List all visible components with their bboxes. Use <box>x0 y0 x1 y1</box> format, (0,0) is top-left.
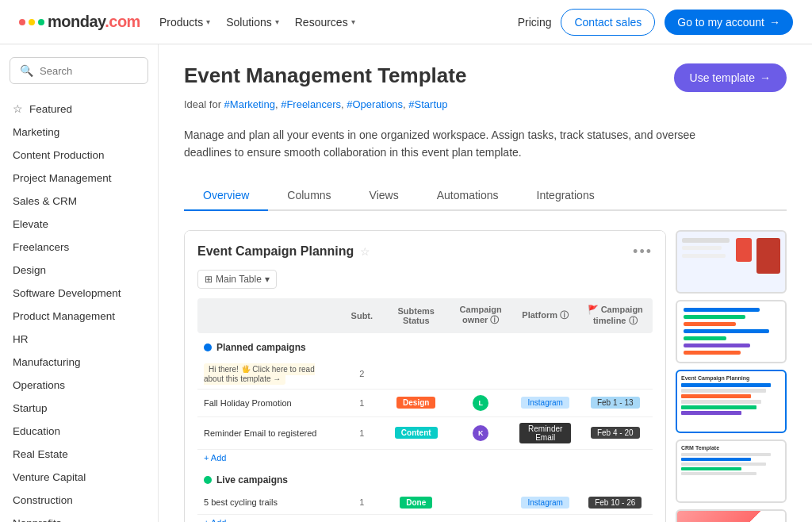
arrow-icon: → <box>769 16 780 29</box>
go-to-account-button[interactable]: Go to my account → <box>665 10 793 35</box>
cell-owner: L <box>448 392 512 414</box>
status-badge: Content <box>395 427 438 439</box>
thumbnail-1[interactable] <box>676 230 787 294</box>
cell-sub: 1 <box>340 494 384 510</box>
pricing-link[interactable]: Pricing <box>518 16 552 29</box>
main-preview: Event Campaign Planning ☆ ••• ⊞ Main Tab… <box>184 230 666 522</box>
sidebar-item-project-management[interactable]: Project Management <box>0 167 158 190</box>
contact-sales-button[interactable]: Contact sales <box>561 9 655 36</box>
tab-columns[interactable]: Columns <box>268 181 350 211</box>
cell-timeline: Feb 10 - 26 <box>577 493 653 512</box>
cell-owner: K <box>448 422 512 444</box>
sidebar-item-real-estate[interactable]: Real Estate <box>0 443 158 466</box>
preview-area: Event Campaign Planning ☆ ••• ⊞ Main Tab… <box>184 230 787 522</box>
thumb-block <box>756 238 780 274</box>
page-title: Event Management Template <box>184 63 466 88</box>
thumbnail-3[interactable]: Event Campaign Planning <box>676 370 787 433</box>
tab-integrations[interactable]: Integrations <box>518 181 614 211</box>
tag-freelancers[interactable]: #Freelancers <box>281 98 341 110</box>
section-live: Live campaigns <box>197 470 653 489</box>
sidebar-item-startup[interactable]: Startup <box>0 397 158 420</box>
sidebar-item-venture-capital[interactable]: Venture Capital <box>0 466 158 489</box>
main-content: Event Management Template Use template →… <box>159 44 812 522</box>
add-row-button[interactable]: + Add <box>197 450 653 466</box>
sidebar-item-hr[interactable]: HR <box>0 328 158 351</box>
table-row[interactable]: Reminder Email to registered 1 Content K… <box>197 417 653 450</box>
cell-status: Content <box>384 424 448 442</box>
spreadsheet-view: Event Campaign Planning ☆ ••• ⊞ Main Tab… <box>185 231 665 522</box>
logo-text: monday.com <box>48 13 140 31</box>
chevron-down-icon: ▾ <box>206 17 210 26</box>
col-header-name <box>197 313 340 319</box>
timeline-badge: Feb 4 - 20 <box>591 427 640 439</box>
sidebar-item-marketing[interactable]: Marketing <box>0 121 158 144</box>
sidebar-item-software-development[interactable]: Software Development <box>0 282 158 305</box>
sidebar-item-content-production[interactable]: Content Production <box>0 144 158 167</box>
sidebar-item-manufacturing[interactable]: Manufacturing <box>0 351 158 374</box>
sheet-options-icon[interactable]: ••• <box>633 244 653 260</box>
tag-operations[interactable]: #Operations <box>347 98 403 110</box>
grid-icon: ⊞ <box>205 274 213 285</box>
sidebar-item-featured[interactable]: ☆ Featured <box>0 97 158 121</box>
section-dot-icon <box>204 476 212 484</box>
nav-resources[interactable]: Resources ▾ <box>295 13 355 32</box>
cell-platform <box>513 370 577 377</box>
nav-products[interactable]: Products ▾ <box>159 13 210 32</box>
col-header-platform: Platform ⓘ <box>513 306 577 324</box>
platform-badge: Instagram <box>521 397 569 409</box>
sidebar-item-elevate[interactable]: Elevate <box>0 213 158 236</box>
sidebar-item-design[interactable]: Design <box>0 259 158 282</box>
col-header-status: Subtems Status <box>384 303 448 328</box>
sidebar-item-freelancers[interactable]: Freelancers <box>0 236 158 259</box>
sheet-star-icon[interactable]: ☆ <box>360 245 370 258</box>
thumbnail-4[interactable]: CRM Template <box>676 439 787 503</box>
nav-solutions[interactable]: Solutions ▾ <box>226 13 279 32</box>
svg-point-0 <box>19 19 25 25</box>
cell-timeline: Feb 4 - 20 <box>577 424 653 442</box>
sidebar-item-nonprofits[interactable]: Nonprofits <box>0 512 158 522</box>
monday-logo-icon <box>19 14 44 30</box>
table-row[interactable]: Fall Holiday Promotion 1 Design L Instag… <box>197 390 653 417</box>
svg-point-2 <box>38 19 44 25</box>
cell-platform: Instagram <box>513 493 577 512</box>
table-selector[interactable]: ⊞ Main Table ▾ <box>197 270 277 289</box>
sidebar-item-operations[interactable]: Operations <box>0 374 158 397</box>
timeline-badge: Feb 1 - 13 <box>591 397 640 409</box>
thumb-bar <box>684 315 745 319</box>
thumb-line <box>682 254 726 258</box>
template-tags: Ideal for #Marketing, #Freelancers, #Ope… <box>184 98 787 110</box>
star-icon: ☆ <box>13 102 23 115</box>
cell-owner <box>448 370 512 377</box>
search-input[interactable] <box>40 65 138 77</box>
cell-name: 5 best cycling trails <box>197 494 340 510</box>
tag-startup[interactable]: #Startup <box>408 98 447 110</box>
table-row[interactable]: Hi there! 🖐 Click here to read about thi… <box>197 359 653 390</box>
cell-sub: 1 <box>340 425 384 441</box>
cell-status: Done <box>384 493 448 512</box>
tag-marketing[interactable]: #Marketing <box>224 98 275 110</box>
table-row[interactable]: 5 best cycling trails 1 Done Instagram F… <box>197 491 653 515</box>
sidebar-item-sales-crm[interactable]: Sales & CRM <box>0 190 158 213</box>
sidebar-item-education[interactable]: Education <box>0 420 158 443</box>
tab-views[interactable]: Views <box>350 181 418 211</box>
cell-sub: 1 <box>340 395 384 411</box>
tab-automations[interactable]: Automations <box>418 181 518 211</box>
sidebar-item-product-management[interactable]: Product Management <box>0 305 158 328</box>
use-template-button[interactable]: Use template → <box>674 63 787 92</box>
status-badge: Done <box>400 497 432 509</box>
cell-name: Hi there! 🖐 Click here to read about thi… <box>197 361 340 386</box>
thumb-block <box>736 238 752 262</box>
search-box[interactable]: 🔍 <box>10 57 148 84</box>
sidebar-item-construction[interactable]: Construction <box>0 489 158 512</box>
template-description: Manage and plan all your events in one o… <box>184 126 739 162</box>
sheet-title: Event Campaign Planning <box>197 244 354 259</box>
tab-overview[interactable]: Overview <box>184 181 268 211</box>
thumbnail-2[interactable] <box>676 300 787 363</box>
thumb-bar <box>684 344 750 347</box>
logo[interactable]: monday.com <box>19 13 140 31</box>
table-header: Subt. Subtems Status Campaign owner ⓘ Pl… <box>197 298 653 333</box>
thumbnail-5[interactable] <box>676 509 787 522</box>
add-row-button-2[interactable]: + Add <box>197 515 653 522</box>
chevron-down-icon: ▾ <box>351 17 355 26</box>
template-title-section: Event Management Template <box>184 63 466 88</box>
